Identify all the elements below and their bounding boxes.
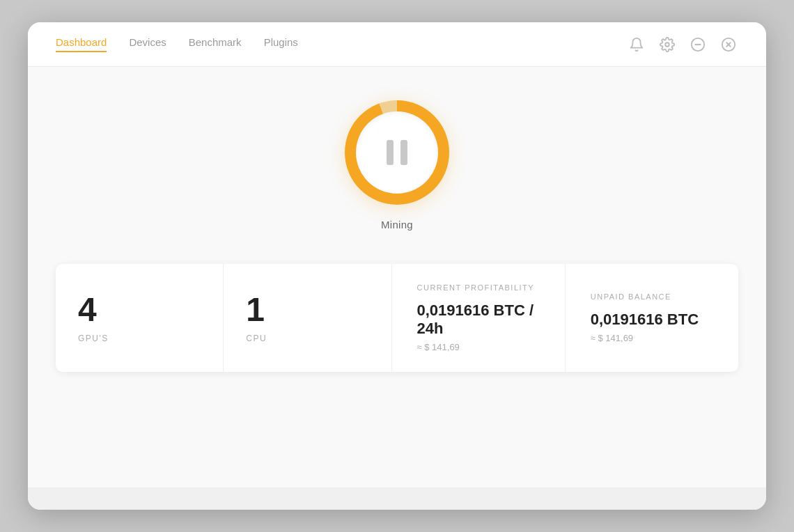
profitability-main-value: 0,0191616 BTC / 24h (417, 302, 540, 338)
stats-row: 4 GPU'S 1 CPU CURRENT PROFITABILITY 0,01… (56, 264, 738, 372)
stat-card-cpu: 1 CPU (224, 264, 391, 372)
nav-item-benchmark[interactable]: Benchmark (189, 36, 242, 52)
mining-circle-inner (356, 111, 438, 194)
header: Dashboard Devices Benchmark Plugins (28, 22, 766, 67)
main-nav: Dashboard Devices Benchmark Plugins (56, 36, 298, 52)
gpu-count-label: GPU'S (78, 334, 109, 343)
minimize-icon[interactable] (688, 35, 708, 54)
svg-point-0 (665, 42, 669, 47)
bottom-strip (28, 487, 766, 510)
bell-icon[interactable] (627, 35, 646, 54)
unpaid-sub-value: ≈ $ 141,69 (591, 333, 633, 343)
profitability-title: CURRENT PROFITABILITY (417, 283, 535, 292)
header-actions (627, 35, 738, 54)
cpu-count-value: 1 (246, 293, 265, 327)
settings-icon[interactable] (657, 35, 677, 54)
close-icon[interactable] (719, 35, 738, 54)
cpu-count-label: CPU (246, 334, 267, 343)
mining-label: Mining (381, 219, 413, 230)
nav-item-dashboard[interactable]: Dashboard (56, 36, 107, 52)
nav-item-devices[interactable]: Devices (129, 36, 166, 52)
pause-bar-right (400, 140, 407, 165)
mining-button-section: Mining (345, 100, 449, 230)
pause-icon (387, 140, 407, 165)
gpu-count-value: 4 (78, 293, 97, 327)
stat-card-unpaid: UNPAID BALANCE 0,0191616 BTC ≈ $ 141,69 (566, 264, 738, 372)
unpaid-main-value: 0,0191616 BTC (591, 311, 699, 329)
stat-card-gpus: 4 GPU'S (56, 264, 224, 372)
stat-card-profitability: CURRENT PROFITABILITY 0,0191616 BTC / 24… (392, 264, 566, 372)
app-window: Dashboard Devices Benchmark Plugins (28, 22, 766, 510)
mining-toggle-button[interactable] (345, 100, 449, 205)
main-content: Mining 4 GPU'S 1 CPU CURRENT PROFITABILI… (28, 67, 766, 487)
unpaid-title: UNPAID BALANCE (591, 292, 671, 301)
pause-bar-left (387, 140, 394, 165)
profitability-sub-value: ≈ $ 141,69 (417, 342, 460, 352)
nav-item-plugins[interactable]: Plugins (264, 36, 298, 52)
